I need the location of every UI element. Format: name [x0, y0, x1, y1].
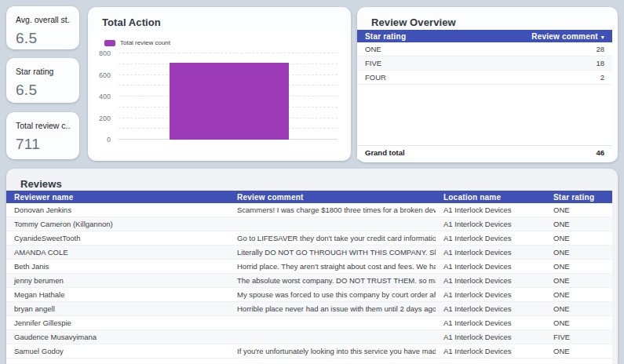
reviews-card[interactable]: Reviews Reviewer name Review comment Loc…	[6, 169, 618, 364]
y-axis-tick-label: 800	[99, 49, 111, 57]
location-name-cell: A1 Interlock Devices	[436, 276, 546, 285]
y-axis-tick-label: 200	[99, 115, 111, 122]
reviews-table-header: Reviewer name Review comment Location na…	[6, 191, 612, 203]
star-rating-cell: ONE	[546, 220, 612, 228]
legend-swatch	[104, 40, 115, 46]
column-header-review-comment[interactable]: Review comment	[229, 193, 436, 202]
legend-label: Total review count	[120, 39, 170, 46]
star-rating-cell: ONE	[546, 276, 612, 285]
location-name-cell: A1 Interlock Devices	[436, 333, 546, 341]
reviews-title: Reviews	[6, 169, 618, 190]
scorecard-value: 6.5	[16, 82, 71, 99]
review-row[interactable]: Megan Hathale My spouse was forced to us…	[6, 288, 612, 302]
review-row[interactable]: Donovan Jenkins Scammers! I was charge $…	[6, 203, 612, 217]
chart-y-axis: 0200400600800	[92, 53, 114, 140]
location-name-cell: A1 Interlock Devices	[436, 304, 546, 313]
reviews-table-body: Donovan Jenkins Scammers! I was charge $…	[6, 203, 612, 359]
reviewer-name-cell: AMANDA COLE	[6, 248, 229, 257]
review-comment-count-cell: 28	[596, 45, 604, 53]
location-name-cell: A1 Interlock Devices	[436, 262, 546, 271]
star-rating-cell: ONE	[546, 347, 612, 355]
review-comment-cell: Go to LIFESAVER they don't take your cre…	[229, 234, 436, 242]
review-comment-cell: Horrible place never had an issue with t…	[229, 304, 436, 313]
column-header-location-name[interactable]: Location name	[436, 193, 546, 202]
review-comment-cell: Horrid place. They aren't straight about…	[229, 262, 436, 271]
chart-legend: Total review count	[104, 39, 170, 46]
location-name-cell: A1 Interlock Devices	[436, 206, 546, 214]
chart-area: Total review count 0200400600800	[92, 31, 347, 156]
scorecard-label: Total review c...	[16, 121, 71, 130]
location-name-cell: A1 Interlock Devices	[436, 347, 546, 355]
column-header-star-rating[interactable]: Star rating	[365, 32, 406, 41]
column-header-review-comment[interactable]: Review comment▾	[531, 32, 604, 41]
y-axis-tick-label: 600	[99, 71, 111, 79]
review-comment-cell: If you're unfortunately looking into thi…	[229, 347, 436, 355]
reviews-table: Reviewer name Review comment Location na…	[6, 191, 612, 364]
star-rating-cell: ONE	[546, 304, 612, 313]
review-overview-card[interactable]: Review Overview Star rating Review comme…	[357, 7, 618, 162]
grand-total-row: Grand total 46	[357, 145, 612, 159]
star-rating-cell: FOUR	[365, 73, 386, 82]
star-rating-cell: ONE	[546, 262, 612, 271]
review-row[interactable]: Samuel Godoy If you're unfortunately loo…	[6, 344, 612, 359]
chart-title: Total Action	[88, 7, 351, 28]
star-rating-cell: ONE	[546, 318, 612, 327]
review-overview-row[interactable]: FOUR 2	[357, 71, 612, 85]
location-name-cell: A1 Interlock Devices	[436, 248, 546, 257]
review-row[interactable]: Jennifer Gillespie A1 Interlock Devices …	[6, 316, 612, 330]
reviewer-name-cell: Gaudence Musavyimana	[6, 333, 229, 341]
total-review-count-bar[interactable]	[170, 63, 289, 140]
gridline	[119, 53, 338, 53]
review-comment-count-cell: 18	[596, 59, 604, 67]
sort-descending-icon: ▾	[601, 34, 604, 41]
review-row[interactable]: Gaudence Musavyimana A1 Interlock Device…	[6, 330, 612, 344]
star-rating-cell: ONE	[546, 206, 612, 214]
review-overview-body: ONE 28 FIVE 18 FOUR 2	[357, 42, 612, 145]
grand-total-value: 46	[596, 148, 604, 157]
review-overview-row[interactable]: ONE 28	[357, 42, 612, 56]
location-name-cell: A1 Interlock Devices	[436, 290, 546, 299]
review-overview-row[interactable]: FIVE 18	[357, 56, 612, 71]
column-header-reviewer-name[interactable]: Reviewer name	[6, 193, 229, 202]
review-comment-cell: My spouse was forced to use this company…	[229, 290, 436, 299]
review-row[interactable]: CyanideSweetTooth Go to LIFESAVER they d…	[6, 231, 612, 246]
location-name-cell: A1 Interlock Devices	[436, 318, 546, 327]
scorecard-value: 711	[16, 136, 71, 153]
review-overview-title: Review Overview	[357, 7, 618, 28]
grand-total-label: Grand total	[365, 148, 405, 157]
reviewer-name-cell: bryan angell	[6, 304, 229, 313]
column-header-star-rating[interactable]: Star rating	[546, 193, 612, 202]
y-axis-tick-label: 400	[99, 93, 111, 100]
scorecard-avg-overall[interactable]: Avg. overall st... 6.5	[6, 6, 79, 49]
scorecard-star-rating[interactable]: Star rating 6.5	[6, 58, 79, 103]
location-name-cell: A1 Interlock Devices	[436, 220, 546, 228]
review-row[interactable]: bryan angell Horrible place never had an…	[6, 302, 612, 316]
reviewer-name-cell: Tommy Cameron (Killgannon)	[6, 220, 229, 228]
chart-plot	[119, 53, 338, 140]
reviewer-name-cell: CyanideSweetTooth	[6, 234, 229, 242]
review-row[interactable]: jenny berumen The absolute worst company…	[6, 274, 612, 288]
review-comment-cell: Literally DO NOT GO THROUGH WITH THIS CO…	[229, 248, 436, 257]
star-rating-cell: ONE	[365, 45, 381, 53]
review-comment-cell: The absolute worst company. DO NOT TRUST…	[229, 276, 436, 285]
star-rating-cell: ONE	[546, 290, 612, 299]
scorecard-label: Avg. overall st...	[16, 15, 71, 24]
location-name-cell: A1 Interlock Devices	[436, 234, 546, 242]
y-axis-tick-label: 0	[107, 136, 111, 144]
star-rating-cell: ONE	[546, 234, 612, 242]
star-rating-cell: ONE	[546, 248, 612, 257]
reviewer-name-cell: Megan Hathale	[6, 290, 229, 299]
scorecard-label: Star rating	[16, 67, 71, 76]
review-row[interactable]: AMANDA COLE Literally DO NOT GO THROUGH …	[6, 246, 612, 260]
review-row[interactable]: Beth Janis Horrid place. They aren't str…	[6, 260, 612, 274]
star-rating-cell: FIVE	[546, 333, 612, 341]
review-overview-header: Star rating Review comment▾	[357, 30, 612, 42]
reviewer-name-cell: Beth Janis	[6, 262, 229, 271]
scorecard-total-reviews[interactable]: Total review c... 711	[6, 112, 79, 159]
reviewer-name-cell: jenny berumen	[6, 276, 229, 285]
review-row[interactable]: Tommy Cameron (Killgannon) A1 Interlock …	[6, 217, 612, 231]
scorecard-value: 6.5	[16, 30, 71, 47]
star-rating-cell: FIVE	[365, 59, 381, 67]
total-action-chart-card[interactable]: Total Action Total review count 02004006…	[88, 7, 351, 161]
review-comment-cell: Scammers! I was charge $1800 three times…	[229, 206, 436, 214]
